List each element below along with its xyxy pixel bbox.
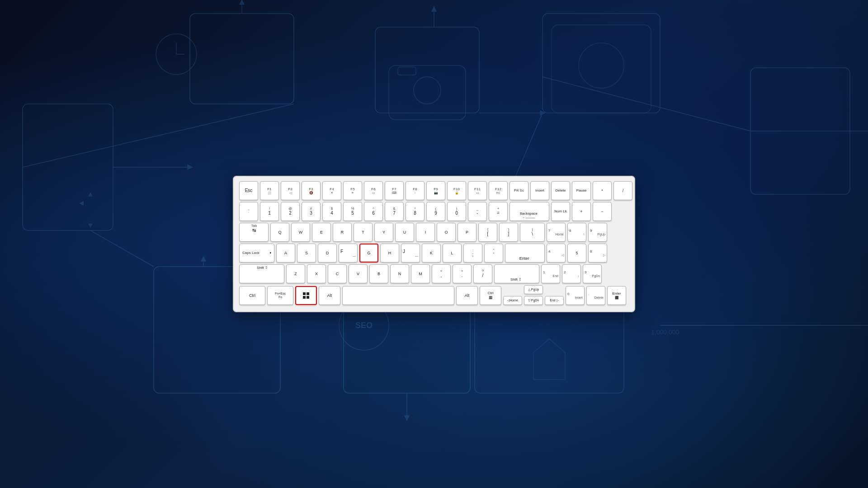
key-np-9[interactable]: 9PgUp — [588, 223, 607, 242]
key-lalt[interactable]: Alt — [319, 286, 340, 305]
key-lbracket[interactable]: {[ — [478, 223, 497, 242]
key-1[interactable]: !1 — [260, 202, 279, 221]
key-i[interactable]: I — [416, 223, 435, 242]
key-0[interactable]: )0 — [447, 202, 466, 221]
key-u[interactable]: U — [395, 223, 414, 242]
key-fwdslash[interactable]: ?/ — [473, 264, 492, 283]
key-insert[interactable]: Insert — [530, 181, 549, 200]
key-minus[interactable]: _- — [468, 202, 487, 221]
key-f2[interactable]: F2◁ — [281, 181, 300, 200]
key-equals[interactable]: += — [489, 202, 508, 221]
key-q[interactable]: Q — [270, 223, 289, 242]
key-f10[interactable]: F10🔒 — [447, 181, 466, 200]
key-f12[interactable]: F12m/ — [489, 181, 508, 200]
svg-marker-9 — [240, 0, 244, 5]
key-semicolon[interactable]: :; — [463, 244, 482, 263]
key-space[interactable] — [342, 286, 454, 305]
key-prtsc[interactable]: Prt Sc — [509, 181, 528, 200]
key-a[interactable]: A — [276, 244, 295, 263]
key-e[interactable]: E — [312, 223, 331, 242]
key-3[interactable]: #3 — [302, 202, 321, 221]
key-fn[interactable]: Fn+EscFn — [267, 286, 293, 305]
key-f11[interactable]: F11▭ — [468, 181, 487, 200]
key-f1[interactable]: F1⬜ — [260, 181, 279, 200]
key-5[interactable]: %5 — [343, 202, 362, 221]
key-np-enter[interactable]: Enter⬛ — [607, 286, 626, 305]
key-tab[interactable]: Tab↹ — [239, 223, 269, 242]
key-y[interactable]: Y — [374, 223, 393, 242]
key-np-5[interactable]: 5 — [567, 244, 586, 263]
key-pause[interactable]: Pause — [572, 181, 591, 200]
key-m[interactable]: M — [411, 264, 430, 283]
key-l[interactable]: L — [443, 244, 462, 263]
key-np-8[interactable]: 8↑ — [567, 223, 586, 242]
key-b[interactable]: B — [369, 264, 388, 283]
key-np-minus-top[interactable]: − — [593, 202, 612, 221]
key-f6[interactable]: F6▭ — [364, 181, 383, 200]
key-f[interactable]: F— — [339, 244, 358, 263]
key-v[interactable]: V — [349, 264, 368, 283]
key-f8[interactable]: F8▫ — [406, 181, 425, 200]
key-grave[interactable]: ~` — [239, 202, 258, 221]
key-t[interactable]: T — [354, 223, 373, 242]
key-n[interactable]: N — [390, 264, 409, 283]
key-delete[interactable]: Delete — [551, 181, 570, 200]
key-np-plus[interactable]: + — [572, 202, 591, 221]
key-p[interactable]: P — [458, 223, 476, 242]
key-num-slash[interactable]: / — [613, 181, 632, 200]
key-rbracket[interactable]: }] — [499, 223, 518, 242]
key-x[interactable]: X — [307, 264, 326, 283]
key-f9[interactable]: F9📷 — [426, 181, 445, 200]
key-np-0[interactable]: 0Insert — [566, 286, 585, 305]
key-np-7[interactable]: 7Home — [547, 223, 566, 242]
key-w[interactable]: W — [291, 223, 310, 242]
key-f5[interactable]: F5✳ — [343, 181, 362, 200]
key-h[interactable]: H — [380, 244, 399, 263]
key-capslock[interactable]: Caps Lock • — [239, 244, 274, 263]
key-g[interactable]: G — [359, 244, 378, 263]
key-np-6[interactable]: 6▷ — [588, 244, 607, 263]
key-np-2[interactable]: 2↓ — [562, 264, 581, 283]
key-f4[interactable]: F4☀ — [322, 181, 341, 200]
key-arrow-up[interactable]: △ PgUp — [524, 285, 543, 294]
key-backslash[interactable]: |\ — [520, 223, 545, 242]
key-np-4[interactable]: 4◁ — [547, 244, 566, 263]
key-f7[interactable]: F7⌨ — [385, 181, 404, 200]
key-o[interactable]: O — [437, 223, 456, 242]
key-s[interactable]: S — [297, 244, 316, 263]
key-6[interactable]: ^6 — [364, 202, 383, 221]
key-f3[interactable]: F3🔇 — [302, 181, 321, 200]
key-lctrl[interactable]: Ctrl — [239, 286, 265, 305]
key-k[interactable]: K — [422, 244, 441, 263]
key-rctrl[interactable]: Ctrl▦ — [480, 286, 501, 305]
key-z[interactable]: Z — [286, 264, 305, 283]
key-esc[interactable]: Esc — [239, 181, 258, 200]
key-7[interactable]: &7 — [385, 202, 404, 221]
key-arrow-down[interactable]: ▽ PgDn — [524, 296, 543, 305]
key-num-asterisk[interactable]: * — [593, 181, 612, 200]
key-d[interactable]: D — [318, 244, 337, 263]
key-ralt[interactable]: Alt — [456, 286, 478, 305]
key-quote[interactable]: "' — [484, 244, 503, 263]
key-np-3[interactable]: 3PgDn — [583, 264, 602, 283]
key-np-dot[interactable]: .Delete — [586, 286, 605, 305]
key-r[interactable]: R — [333, 223, 352, 242]
key-backspace[interactable]: Backspace←——— — [509, 202, 549, 221]
key-period[interactable]: >. — [453, 264, 472, 283]
svg-rect-2 — [542, 14, 660, 113]
key-2[interactable]: @2 — [281, 202, 300, 221]
key-end[interactable]: End ▷ — [545, 296, 564, 305]
key-9[interactable]: (9 — [426, 202, 445, 221]
key-win[interactable] — [295, 286, 317, 305]
key-4[interactable]: $4 — [322, 202, 341, 221]
key-rshift[interactable]: Shift ⇧ — [494, 264, 539, 283]
key-j[interactable]: J— — [401, 244, 420, 263]
key-lshift[interactable]: Shift ⇧ — [239, 264, 284, 283]
key-8[interactable]: *8 — [406, 202, 425, 221]
key-np-1[interactable]: 1End — [541, 264, 560, 283]
key-c[interactable]: C — [328, 264, 347, 283]
key-numlk[interactable]: Num Lk — [551, 202, 570, 221]
key-home[interactable]: ◁Home — [503, 296, 522, 305]
key-enter[interactable]: Enter — [505, 244, 545, 263]
key-comma[interactable]: <, — [432, 264, 451, 283]
